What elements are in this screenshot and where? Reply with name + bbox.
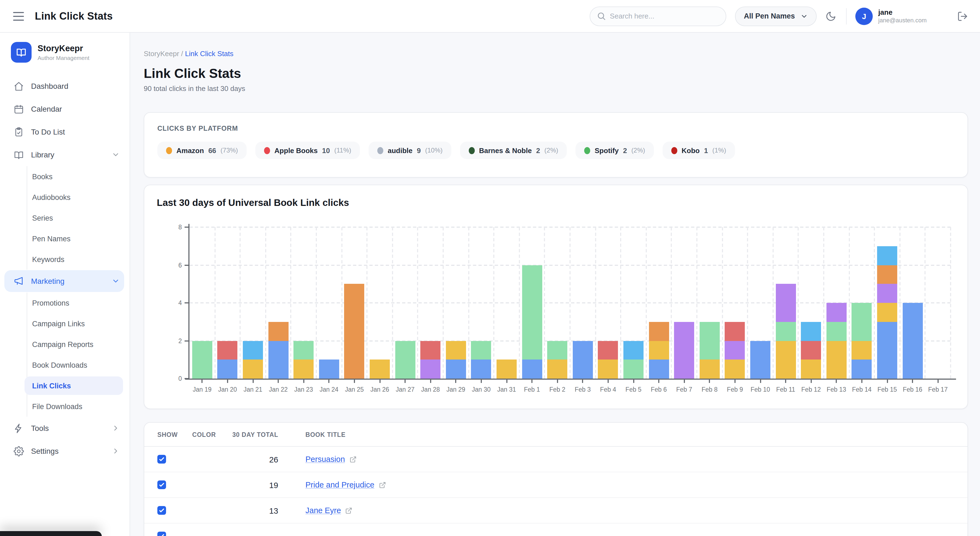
gridline-v: [925, 227, 926, 378]
bar-segment-series-red: [598, 341, 618, 360]
x-tick: [912, 380, 913, 383]
brand[interactable]: StoryKeepr Author Management: [0, 33, 130, 63]
clicks-by-platform-card: CLICKS BY PLATFORM Amazon66(73%)Apple Bo…: [144, 112, 968, 177]
bar-segment-pride-and-prejudice: [725, 360, 745, 379]
bar-segment-persuasion: [522, 360, 542, 379]
sidebar-item-label: Dashboard: [31, 82, 68, 91]
hamburger-menu-icon[interactable]: [13, 12, 24, 21]
chevron-down-icon: [800, 12, 808, 20]
sidebar-item-label: To Do List: [31, 128, 65, 136]
sidebar-subitem-promotions[interactable]: Promotions: [0, 292, 130, 313]
platform-name: Amazon: [177, 146, 204, 155]
sidebar-subitem-keywords[interactable]: Keywords: [0, 249, 130, 270]
breadcrumb-root-link[interactable]: StoryKeepr: [144, 49, 179, 58]
sidebar-subitem-book-downloads[interactable]: Book Downloads: [0, 355, 130, 375]
x-tick-label: Jan 29: [447, 386, 465, 393]
search-input[interactable]: [590, 6, 726, 26]
x-tick-label: Feb 10: [751, 386, 770, 393]
sidebar-item-label: Link Clicks: [32, 381, 71, 390]
sidebar-item-tools[interactable]: Tools: [0, 417, 130, 440]
show-checkbox[interactable]: [158, 506, 166, 515]
gridline-v: [366, 227, 368, 378]
sidebar-subitem-audiobooks[interactable]: Audiobooks: [0, 187, 130, 207]
external-link-icon[interactable]: [349, 456, 356, 463]
x-tick: [861, 380, 862, 383]
thirty-day-total: 19: [231, 480, 284, 490]
x-tick: [810, 380, 811, 383]
gridline-v: [519, 227, 520, 378]
external-link-icon[interactable]: [379, 481, 386, 488]
x-tick-label: Jan 28: [421, 386, 440, 393]
book-title-link[interactable]: Jane Eyre: [305, 506, 341, 515]
external-link-icon[interactable]: [345, 507, 353, 514]
bar-segment-jane-eyre: [776, 322, 796, 341]
table-header-book-title: BOOK TITLE: [284, 431, 955, 438]
logout-icon: [957, 11, 968, 22]
table-header-row: SHOWCOLOR30 DAY TOTALBOOK TITLE: [144, 423, 967, 447]
bar-segment-persuasion: [319, 360, 339, 379]
x-tick-label: Feb 14: [852, 386, 872, 393]
platform-count: 2: [623, 146, 627, 155]
bar-segment-pride-and-prejudice: [598, 360, 618, 379]
sidebar-subitem-series[interactable]: Series: [0, 207, 130, 228]
sidebar-subitem-campaign-links[interactable]: Campaign Links: [0, 313, 130, 334]
pen-names-select[interactable]: All Pen Names: [735, 6, 817, 26]
gridline-v: [823, 227, 824, 378]
platform-count: 66: [208, 146, 216, 155]
show-checkbox[interactable]: [158, 480, 166, 489]
sidebar-item-to-do-list[interactable]: To Do List: [0, 120, 130, 143]
sidebar-item-label: Promotions: [32, 299, 69, 307]
x-tick-label: Feb 16: [903, 386, 922, 393]
x-tick-label: Feb 12: [802, 386, 821, 393]
avatar[interactable]: J: [855, 7, 873, 25]
bar-segment-series-red: [801, 341, 821, 360]
bar-segment-pride-and-prejudice: [547, 360, 567, 379]
bar-segment-persuasion: [649, 360, 669, 379]
sidebar-subitem-pen-names[interactable]: Pen Names: [0, 228, 130, 249]
show-checkbox[interactable]: [158, 532, 166, 536]
x-tick: [227, 380, 228, 383]
logout-button[interactable]: [957, 11, 968, 22]
bar-segment-pride-and-prejudice: [700, 360, 720, 379]
bar-segment-jane-eyre: [293, 341, 313, 360]
sidebar-item-label: Keywords: [32, 255, 65, 263]
x-tick-label: Feb 8: [702, 386, 718, 393]
x-tick-label: Jan 23: [294, 386, 313, 393]
sidebar-item-marketing[interactable]: Marketing: [0, 270, 130, 292]
clicks-by-platform-heading: CLICKS BY PLATFORM: [158, 125, 955, 132]
gridline-v: [214, 227, 215, 378]
x-axis: [185, 378, 956, 380]
gridline-v: [468, 227, 469, 378]
sidebar-subitem-books[interactable]: Books: [0, 166, 130, 187]
platform-name: audible: [388, 146, 412, 155]
x-tick-label: Jan 27: [396, 386, 415, 393]
book-title-link[interactable]: Pride and Prejudice: [305, 480, 374, 489]
show-checkbox[interactable]: [158, 455, 166, 464]
sidebar-item-label: Library: [31, 150, 54, 159]
sidebar-item-dashboard[interactable]: Dashboard: [0, 75, 130, 97]
sidebar-item-settings[interactable]: Settings: [0, 440, 130, 463]
sidebar-item-library[interactable]: Library: [0, 143, 130, 166]
breadcrumb-current-link[interactable]: Link Click Stats: [185, 49, 234, 58]
bar-segment-series-purple: [826, 303, 846, 322]
bar-segment-pride-and-prejudice: [826, 341, 846, 378]
gridline-v: [950, 227, 951, 378]
table-row-jane-eyre: 13Jane Eyre: [144, 498, 967, 523]
dark-mode-toggle[interactable]: [826, 11, 836, 22]
book-title-link[interactable]: Persuasion: [305, 455, 345, 464]
sidebar-subitem-file-downloads[interactable]: File Downloads: [0, 396, 130, 417]
top-bar: Link Click Stats All Pen Names J jane ja…: [0, 0, 980, 33]
user-email: jane@austen.com: [878, 17, 927, 24]
y-tick: [185, 340, 188, 341]
x-tick: [582, 380, 583, 383]
sidebar-subitem-campaign-reports[interactable]: Campaign Reports: [0, 334, 130, 355]
sidebar-item-calendar[interactable]: Calendar: [0, 97, 130, 120]
platform-count: 2: [536, 146, 540, 155]
platform-name: Apple Books: [274, 146, 318, 155]
sidebar-item-label: Calendar: [31, 105, 62, 113]
sidebar-subitem-link-clicks[interactable]: Link Clicks: [0, 375, 130, 396]
bar-segment-pride-and-prejudice: [801, 360, 821, 379]
platform-percent: (73%): [221, 147, 238, 154]
platform-count: 1: [704, 146, 708, 155]
x-tick: [506, 380, 507, 383]
